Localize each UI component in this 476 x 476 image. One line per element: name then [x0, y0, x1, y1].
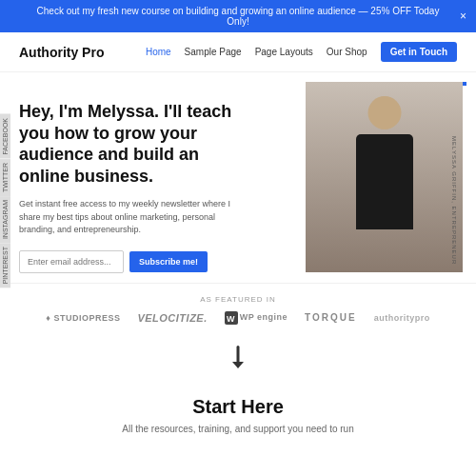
nav-our-shop[interactable]: Our Shop — [327, 47, 367, 57]
person-image — [306, 82, 463, 272]
banner-text: Check out my fresh new course on buildin… — [37, 6, 440, 27]
featured-authoritypro: authoritypro — [374, 313, 430, 323]
start-here-title: Start Here — [19, 396, 457, 418]
social-sidebar: FACEBOOK TWITTER INSTAGRAM PINTEREST — [0, 114, 10, 288]
social-facebook[interactable]: FACEBOOK — [0, 114, 10, 159]
site-logo: Authority Pro — [19, 45, 104, 60]
hero-content: Hey, I'm Melyssa. I'll teach you how to … — [19, 91, 260, 273]
featured-wpengine: W WP engine — [225, 311, 288, 325]
email-form: Subscribe me! — [19, 250, 250, 273]
nav-page-layouts[interactable]: Page Layouts — [255, 47, 313, 57]
start-here-section: Start Here All the resources, training, … — [0, 387, 476, 434]
nav-sample-page[interactable]: Sample Page — [185, 47, 242, 57]
nav-home[interactable]: Home — [146, 47, 171, 57]
hero-image: MELYSSA GRIFFIN, ENTREPRENEUR — [306, 82, 463, 272]
hero-subtitle: Get instant free access to my weekly new… — [19, 198, 250, 237]
promo-banner: Check out my fresh new course on buildin… — [0, 0, 476, 32]
scroll-down-icon — [228, 346, 248, 372]
wp-icon: W — [225, 311, 238, 325]
featured-section: AS FEATURED IN ♦ STUDIOPRESS VELOCITIZE.… — [0, 283, 476, 336]
hero-title: Hey, I'm Melyssa. I'll teach you how to … — [19, 101, 250, 187]
social-instagram[interactable]: INSTAGRAM — [0, 196, 10, 243]
hero-section: Hey, I'm Melyssa. I'll teach you how to … — [0, 72, 476, 283]
featured-studiopress: ♦ STUDIOPRESS — [46, 313, 120, 323]
subscribe-button[interactable]: Subscribe me! — [129, 251, 208, 272]
featured-logos: ♦ STUDIOPRESS VELOCITIZE. W WP engine TO… — [19, 311, 457, 325]
social-pinterest[interactable]: PINTEREST — [0, 243, 10, 288]
header: Authority Pro Home Sample Page Page Layo… — [0, 32, 476, 72]
start-here-subtitle: All the resources, training, and support… — [19, 424, 457, 434]
featured-torque: TORQUE — [305, 312, 357, 323]
social-twitter[interactable]: TWITTER — [0, 159, 10, 196]
image-caption: MELYSSA GRIFFIN, ENTREPRENEUR — [451, 136, 457, 265]
email-input[interactable] — [19, 250, 124, 273]
main-nav: Home Sample Page Page Layouts Our Shop G… — [146, 42, 457, 62]
featured-label: AS FEATURED IN — [19, 295, 457, 304]
close-banner-button[interactable]: × — [460, 10, 466, 23]
featured-velocitize: VELOCITIZE. — [137, 312, 207, 324]
nav-cta-button[interactable]: Get in Touch — [381, 42, 457, 62]
svg-rect-2 — [237, 346, 240, 363]
svg-text:W: W — [227, 314, 235, 324]
scroll-arrow[interactable] — [0, 336, 476, 387]
